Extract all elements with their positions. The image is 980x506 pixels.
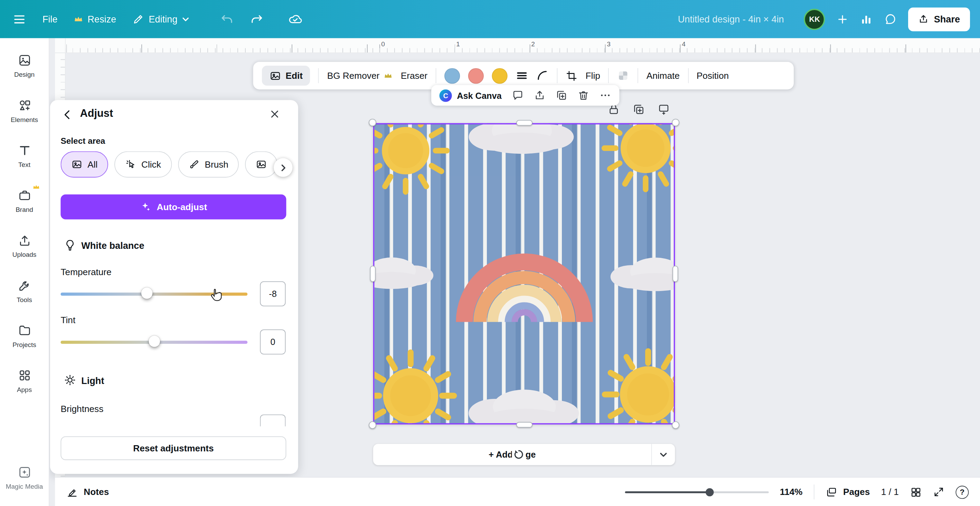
zoom-fill <box>625 491 709 493</box>
top-bar: File Resize Editing Untitled design - 4i… <box>0 0 980 38</box>
back-button[interactable] <box>61 108 74 121</box>
brightness-label: Brightness <box>60 404 103 414</box>
comment-button[interactable] <box>512 89 523 101</box>
pages-button[interactable]: Pages <box>826 486 870 498</box>
animate-button[interactable]: Animate <box>646 70 680 81</box>
area-background-button[interactable] <box>245 151 278 178</box>
reset-adjustments-button[interactable]: Reset adjustments <box>60 436 286 460</box>
curve-button[interactable] <box>536 70 549 82</box>
color-swatch-coral[interactable] <box>468 68 484 83</box>
pen-icon <box>132 13 144 25</box>
bg-remover-button[interactable]: BG Remover <box>327 70 393 81</box>
close-button[interactable] <box>269 108 281 120</box>
grid-view-button[interactable] <box>910 486 921 498</box>
doc-title[interactable]: Untitled design - 4in × 4in <box>678 14 784 25</box>
tint-label: Tint <box>60 315 75 325</box>
sidebar-item-text[interactable]: Text <box>2 135 46 176</box>
help-button[interactable]: ? <box>956 485 969 498</box>
color-swatch-yellow[interactable] <box>492 68 507 83</box>
resize-handle-e[interactable] <box>673 266 678 282</box>
transparency-button[interactable] <box>617 70 630 82</box>
notes-button[interactable]: Notes <box>66 486 109 498</box>
comments-button[interactable] <box>884 13 897 25</box>
position-button[interactable]: Position <box>697 70 729 81</box>
auto-adjust-button[interactable]: Auto-adjust <box>60 194 286 219</box>
zoom-slider[interactable] <box>625 487 768 497</box>
resize-handle-s[interactable] <box>516 422 532 428</box>
resize-button[interactable]: Resize <box>74 14 116 25</box>
more-options-button[interactable] <box>599 89 611 101</box>
duplicate-button[interactable] <box>632 103 645 115</box>
export-button[interactable] <box>533 89 545 101</box>
divider <box>318 68 319 83</box>
delete-button[interactable] <box>577 89 589 101</box>
ruler-tick-label: 1 <box>456 40 460 48</box>
main-menu-button[interactable] <box>13 12 26 26</box>
insights-button[interactable] <box>860 13 873 25</box>
zoom-thumb[interactable] <box>706 488 714 496</box>
edit-button[interactable]: Edit <box>262 66 310 86</box>
more-areas-button[interactable] <box>274 158 292 177</box>
sidebar-item-uploads[interactable]: Uploads <box>2 226 46 266</box>
sidebar-item-design[interactable]: Design <box>2 46 46 86</box>
sidebar-item-magic-media[interactable]: Magic Media <box>2 458 46 498</box>
resize-handle-n[interactable] <box>516 120 532 126</box>
hamburger-icon <box>13 12 26 26</box>
fullscreen-button[interactable] <box>933 486 944 498</box>
divider <box>814 485 815 500</box>
add-member-button[interactable] <box>837 13 849 25</box>
resize-handle-sw[interactable] <box>369 421 376 429</box>
resize-handle-nw[interactable] <box>369 119 376 126</box>
sidebar-item-projects[interactable]: Projects <box>2 315 46 356</box>
crown-icon <box>384 71 393 80</box>
sidebar-item-tools[interactable]: Tools <box>2 271 46 311</box>
pages-icon <box>826 486 837 498</box>
duplicate-icon <box>632 103 645 115</box>
object-action-buttons <box>608 103 670 115</box>
temperature-track[interactable] <box>60 293 247 295</box>
ask-canva-button[interactable]: C Ask Canva <box>439 89 501 102</box>
flip-button[interactable]: Flip <box>586 70 600 81</box>
duplicate-button[interactable] <box>555 89 567 101</box>
avatar[interactable]: KK <box>804 8 825 29</box>
editing-mode-dropdown[interactable]: Editing <box>132 13 189 25</box>
color-swatch-blue[interactable] <box>444 68 460 83</box>
status-bar: Notes 114% Pages 1 / 1 ? <box>55 477 980 506</box>
undo-button[interactable] <box>221 13 234 25</box>
resize-handle-ne[interactable] <box>672 119 679 126</box>
tint-slider[interactable] <box>60 336 247 348</box>
expand-pages-button[interactable] <box>651 444 675 465</box>
tint-value[interactable]: 0 <box>260 329 285 354</box>
crown-icon <box>32 183 40 191</box>
tint-thumb[interactable] <box>149 336 160 347</box>
area-click-button[interactable]: Click <box>115 151 172 178</box>
close-icon <box>269 108 281 120</box>
temperature-thumb[interactable] <box>141 288 153 299</box>
crop-button[interactable] <box>566 70 578 81</box>
redo-button[interactable] <box>250 13 263 25</box>
area-brush-button[interactable]: Brush <box>178 151 239 178</box>
share-button[interactable]: Share <box>908 7 970 31</box>
brightness-value-clipped <box>260 414 285 426</box>
line-style-button[interactable] <box>515 70 528 82</box>
add-page-button[interactable]: + Add page <box>373 444 651 465</box>
zoom-value[interactable]: 114% <box>780 487 803 497</box>
redo-icon <box>250 13 263 25</box>
temperature-slider[interactable] <box>60 288 247 300</box>
file-button[interactable]: File <box>43 14 58 25</box>
sparkle-icon <box>140 201 151 213</box>
resize-handle-w[interactable] <box>370 266 375 282</box>
design-page[interactable] <box>373 123 675 425</box>
brightness-value[interactable] <box>260 414 285 426</box>
temperature-value[interactable]: -8 <box>260 281 285 306</box>
eraser-button[interactable]: Eraser <box>401 70 428 81</box>
sidebar-item-brand[interactable]: Brand <box>2 181 46 221</box>
add-page-shortcut-button[interactable] <box>658 103 670 115</box>
resize-handle-se[interactable] <box>672 421 679 429</box>
chevron-right-icon <box>280 164 286 172</box>
chat-bubble-icon <box>884 13 897 25</box>
sidebar-item-apps[interactable]: Apps <box>2 361 46 401</box>
area-all-button[interactable]: All <box>60 151 108 178</box>
curve-icon <box>536 70 549 82</box>
sidebar-item-elements[interactable]: Elements <box>2 91 46 130</box>
